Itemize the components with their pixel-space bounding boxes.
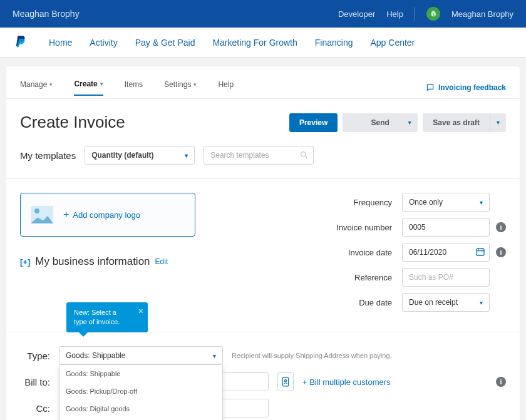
type-select-value: Goods: Shippable <box>66 351 125 360</box>
nav-marketing[interactable]: Marketing For Growth <box>212 38 297 48</box>
nav-activity[interactable]: Activity <box>90 38 117 48</box>
help-link[interactable]: Help <box>386 9 403 19</box>
type-hint: Recipient will supply Shipping Address w… <box>232 352 392 359</box>
nav-pay[interactable]: Pay & Get Paid <box>135 38 195 48</box>
reference-input[interactable] <box>402 268 490 287</box>
nav-appcenter[interactable]: App Center <box>371 38 415 48</box>
avatar[interactable] <box>426 7 440 21</box>
image-placeholder-icon <box>31 206 53 223</box>
expand-icon[interactable]: [+] <box>20 257 30 267</box>
leaf-icon <box>430 10 437 18</box>
type-option[interactable]: Service <box>59 417 222 420</box>
info-icon[interactable]: i <box>496 377 506 387</box>
due-date-label: Due date <box>306 298 402 307</box>
page-container: Manage ▾ Create ▾ Items Settings ▾ Help … <box>6 66 520 420</box>
search-icon <box>299 150 309 160</box>
user-name: Meaghan Brophy <box>451 9 513 19</box>
bill-to-label: Bill to: <box>20 377 50 387</box>
subnav-manage[interactable]: Manage ▾ <box>20 80 53 95</box>
tooltip-text: New: Select a type of invoice. <box>74 309 120 325</box>
invoice-date-label: Invoice date <box>306 248 402 257</box>
feedback-label: Invoicing feedback <box>438 83 506 92</box>
bill-multiple-link[interactable]: + Bill multiple customers <box>302 377 391 387</box>
save-draft-button[interactable]: Save as draft <box>423 113 490 132</box>
account-name: Meaghan Brophy <box>13 9 80 19</box>
edit-business-info-link[interactable]: Edit <box>155 257 168 266</box>
invoice-number-label: Invoice number <box>306 223 402 232</box>
add-logo-button[interactable]: + Add company logo <box>20 193 195 237</box>
info-icon[interactable]: i <box>496 222 506 232</box>
divider <box>415 7 415 21</box>
paypal-logo-icon <box>15 36 26 49</box>
template-select[interactable]: Quantity (default) ▾ <box>85 146 195 165</box>
template-selected: Quantity (default) <box>91 151 153 160</box>
add-logo-label: Add company logo <box>73 210 140 220</box>
chevron-down-icon: ▾ <box>185 152 188 159</box>
chevron-down-icon: ▾ <box>49 81 53 88</box>
invoice-number-input[interactable] <box>402 218 490 237</box>
svg-line-1 <box>306 156 307 158</box>
subnav-settings-label: Settings <box>164 80 191 89</box>
templates-label: My templates <box>20 150 76 161</box>
page-title: Create Invoice <box>20 113 125 132</box>
type-select[interactable]: Goods: Shippable ▾ <box>59 346 223 365</box>
subnav-create-label: Create <box>74 79 97 88</box>
chevron-down-icon: ▾ <box>100 81 103 87</box>
chat-icon <box>426 83 435 92</box>
chevron-down-icon: ▾ <box>497 119 500 126</box>
template-search-input[interactable] <box>204 146 314 165</box>
preview-button[interactable]: Preview <box>289 113 338 132</box>
info-icon[interactable]: i <box>496 247 506 257</box>
nav-financing[interactable]: Financing <box>315 38 353 48</box>
save-draft-chevron[interactable]: ▾ <box>490 113 506 132</box>
due-date-value: Due on receipt <box>409 298 458 307</box>
type-dropdown: Goods: Shippable Goods: Pickup/Drop-off … <box>59 365 223 420</box>
type-option[interactable]: Goods: Pickup/Drop-off <box>59 382 222 400</box>
global-topbar: Meaghan Brophy Developer Help Meaghan Br… <box>0 0 526 28</box>
frequency-label: Frequency <box>306 198 402 207</box>
frequency-value: Once only <box>409 198 443 207</box>
chevron-down-icon: ▾ <box>480 199 483 206</box>
chevron-down-icon: ▾ <box>213 352 216 359</box>
type-option[interactable]: Goods: Digital goods <box>59 400 222 417</box>
plus-icon: + <box>63 209 69 220</box>
svg-rect-2 <box>477 248 484 255</box>
close-icon[interactable]: × <box>138 305 143 317</box>
subnav-manage-label: Manage <box>20 80 47 89</box>
subnav-create[interactable]: Create ▾ <box>74 79 103 96</box>
type-option[interactable]: Goods: Shippable <box>59 365 222 382</box>
nav-home[interactable]: Home <box>49 38 72 48</box>
invoicing-feedback-link[interactable]: Invoicing feedback <box>426 83 506 92</box>
subnav-help[interactable]: Help <box>218 80 234 95</box>
due-date-select[interactable]: Due on receipt ▾ <box>402 293 490 312</box>
calendar-icon[interactable] <box>475 247 485 257</box>
subnav-settings[interactable]: Settings ▾ <box>164 80 197 95</box>
send-button[interactable]: Send ▾ <box>343 113 418 132</box>
developer-link[interactable]: Developer <box>338 9 375 19</box>
subnav-items[interactable]: Items <box>125 80 143 95</box>
reference-label: Reference <box>306 273 402 282</box>
type-label: Type: <box>20 351 50 361</box>
send-label: Send <box>371 118 389 127</box>
chevron-down-icon: ▾ <box>480 299 483 306</box>
business-info-label: My business information <box>35 255 150 268</box>
chevron-down-icon: ▾ <box>408 120 411 126</box>
new-feature-tooltip: New: Select a type of invoice. × <box>66 302 148 332</box>
frequency-select[interactable]: Once only ▾ <box>402 193 490 212</box>
cc-label: Cc: <box>20 403 50 414</box>
main-nav: Home Activity Pay & Get Paid Marketing F… <box>0 28 526 58</box>
svg-point-0 <box>301 152 306 157</box>
sub-nav: Manage ▾ Create ▾ Items Settings ▾ Help … <box>6 76 520 99</box>
address-book-icon <box>281 377 290 387</box>
svg-point-7 <box>284 380 286 382</box>
chevron-down-icon: ▾ <box>193 81 197 88</box>
address-book-button[interactable] <box>277 372 294 391</box>
